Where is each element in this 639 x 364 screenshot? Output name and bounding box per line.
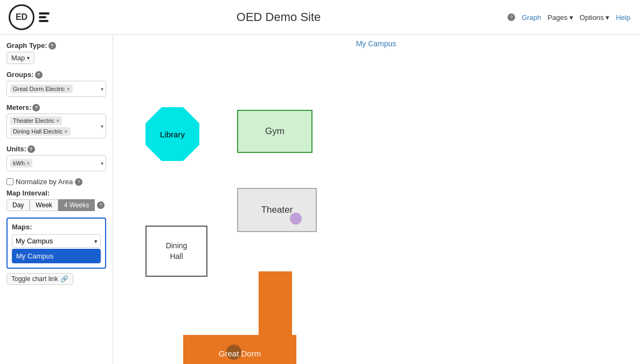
- map-title: My Campus: [113, 39, 639, 48]
- library-building[interactable]: Library: [145, 107, 199, 161]
- help-link[interactable]: Help: [616, 13, 630, 22]
- map-area: My Campus Library Gym Theater DiningHall: [113, 35, 639, 364]
- dining-hall-label: DiningHall: [166, 241, 187, 262]
- toggle-chart-icon: 🔗: [60, 275, 68, 283]
- normalize-label: Normalize by Area: [16, 178, 73, 186]
- theater-building[interactable]: Theater: [237, 188, 317, 232]
- units-input[interactable]: kWh × ▾: [6, 155, 106, 171]
- meters-label: Meters: ?: [6, 103, 106, 111]
- logo: ED: [9, 4, 50, 30]
- groups-chevron[interactable]: ▾: [101, 86, 103, 92]
- group-tag-label: Great Dorm Electric: [13, 86, 65, 92]
- interval-help-icon[interactable]: ?: [97, 201, 105, 209]
- unit-tag-kwh: kWh ×: [10, 159, 32, 167]
- logo-bar-3: [39, 20, 48, 22]
- unit-tag-remove[interactable]: ×: [26, 160, 30, 166]
- maps-select-wrapper: My Campus ▾: [12, 234, 101, 248]
- logo-bar-2: [39, 16, 46, 18]
- library-label: Library: [160, 130, 185, 139]
- logo-circle: ED: [9, 4, 34, 30]
- unit-tag-label: kWh: [13, 160, 25, 166]
- meter-tag-dining-remove[interactable]: ×: [64, 128, 67, 135]
- main-layout: Graph Type: ? Map Groups: ? Great Dorm E…: [0, 35, 639, 364]
- theater-dot: [290, 213, 302, 225]
- great-dorm-horizontal: Great Dorm: [183, 335, 296, 364]
- interval-day-button[interactable]: Day: [6, 199, 30, 211]
- logo-bar-1: [39, 12, 50, 15]
- graph-type-help-icon[interactable]: ?: [48, 42, 56, 50]
- meter-tag-theater-label: Theater Electric: [13, 117, 54, 124]
- interval-buttons: Day Week 4 Weeks ?: [6, 199, 106, 211]
- great-dorm-vertical: [259, 271, 292, 341]
- maps-dropdown-item-my-campus[interactable]: My Campus: [12, 249, 101, 263]
- maps-label: Maps:: [12, 223, 101, 231]
- meters-section: Meters: ? Theater Electric × Dining Hall…: [6, 103, 106, 138]
- maps-select[interactable]: My Campus: [12, 234, 101, 248]
- groups-help-icon[interactable]: ?: [35, 71, 43, 79]
- meters-chevron[interactable]: ▾: [101, 123, 103, 129]
- gym-label: Gym: [265, 126, 284, 137]
- page-title: OED Demo Site: [237, 10, 321, 24]
- campus-map: Library Gym Theater DiningHall: [113, 48, 639, 364]
- theater-label: Theater: [261, 205, 293, 215]
- meter-tag-theater-remove[interactable]: ×: [56, 117, 59, 124]
- meter-tag-dining-label: Dining Hall Electric: [13, 128, 62, 135]
- pages-dropdown[interactable]: Pages: [547, 13, 573, 22]
- graph-type-dropdown[interactable]: Map: [6, 52, 34, 64]
- group-tag-great-dorm-electric: Great Dorm Electric ×: [10, 85, 73, 93]
- groups-section: Groups: ? Great Dorm Electric × ▾: [6, 71, 106, 97]
- interval-4weeks-button[interactable]: 4 Weeks: [58, 199, 95, 211]
- units-help-icon[interactable]: ?: [27, 145, 35, 153]
- sidebar: Graph Type: ? Map Groups: ? Great Dorm E…: [0, 35, 113, 364]
- map-interval-section: Map Interval: Day Week 4 Weeks ?: [6, 189, 106, 211]
- groups-label: Groups: ?: [6, 71, 106, 79]
- units-section: Units: ? kWh × ▾: [6, 145, 106, 171]
- logo-text: ED: [16, 12, 27, 22]
- normalize-help-icon[interactable]: ?: [75, 178, 82, 186]
- toggle-chart-link[interactable]: Toggle chart link 🔗: [6, 273, 73, 285]
- header: ED OED Demo Site ? Graph Pages Options H…: [0, 0, 639, 35]
- graph-link[interactable]: Graph: [522, 13, 541, 22]
- interval-week-button[interactable]: Week: [30, 199, 58, 211]
- meter-tag-theater-electric: Theater Electric ×: [10, 116, 62, 125]
- graph-type-label: Graph Type: ?: [6, 41, 106, 50]
- units-chevron[interactable]: ▾: [101, 160, 103, 166]
- logo-bars: [39, 12, 50, 22]
- meters-help-icon[interactable]: ?: [32, 104, 40, 111]
- map-interval-label: Map Interval:: [6, 189, 106, 197]
- maps-section: Maps: My Campus ▾ My Campus: [6, 218, 106, 269]
- great-dorm-label: Great Dorm: [219, 349, 261, 358]
- options-dropdown[interactable]: Options: [580, 13, 609, 22]
- maps-dropdown: My Campus: [12, 249, 101, 263]
- normalize-row: Normalize by Area ?: [6, 178, 106, 186]
- graph-type-section: Graph Type: ? Map: [6, 41, 106, 64]
- header-nav: ? Graph Pages Options Help: [508, 13, 630, 22]
- units-label: Units: ?: [6, 145, 106, 153]
- meter-tag-dining-electric: Dining Hall Electric ×: [10, 127, 71, 136]
- nav-help-icon[interactable]: ?: [508, 13, 515, 21]
- dining-hall-building[interactable]: DiningHall: [145, 226, 207, 277]
- groups-input[interactable]: Great Dorm Electric × ▾: [6, 81, 106, 97]
- normalize-checkbox[interactable]: [6, 178, 13, 185]
- graph-type-value: Map: [11, 54, 25, 62]
- group-tag-remove[interactable]: ×: [67, 86, 70, 92]
- toggle-chart-label: Toggle chart link: [11, 275, 58, 283]
- gym-building[interactable]: Gym: [237, 110, 312, 153]
- meters-input[interactable]: Theater Electric × Dining Hall Electric …: [6, 114, 106, 138]
- library-shape: Library: [145, 107, 199, 161]
